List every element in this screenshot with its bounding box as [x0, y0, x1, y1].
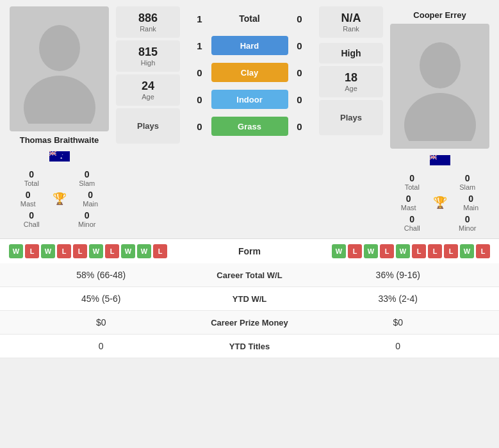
hard-left-val: 1 — [193, 40, 206, 51]
left-form-pills: WLWLLWLWWL — [9, 244, 211, 258]
svg-point-13 — [404, 93, 476, 141]
form-pill-right: W — [460, 244, 474, 258]
form-pill-right: L — [444, 244, 458, 258]
stats-row: 45% (5-6) YTD W/L 33% (2-4) — [0, 287, 499, 311]
form-pill-right: L — [380, 244, 394, 258]
clay-left-val: 0 — [193, 67, 206, 78]
stats-row: 58% (66-48) Career Total W/L 36% (9-16) — [0, 263, 499, 287]
form-pill-left: L — [25, 244, 39, 258]
indoor-left-val: 0 — [193, 94, 206, 105]
stats-right-val: 0 — [307, 341, 489, 351]
right-total-val: 0 Total — [387, 173, 438, 191]
form-pill-left: L — [105, 244, 119, 258]
form-pill-right: W — [396, 244, 410, 258]
grass-row: 0 Grass 0 — [183, 114, 316, 138]
hard-right-val: 0 — [293, 40, 306, 51]
stats-label: YTD W/L — [192, 294, 307, 304]
clay-button[interactable]: Clay — [211, 63, 288, 82]
clay-right-val: 0 — [293, 67, 306, 78]
form-section: WLWLLWLWWL Form WLWLWLLLWL — [0, 238, 499, 263]
stats-row: $0 Career Prize Money $0 — [0, 311, 499, 335]
form-pill-right: L — [348, 244, 362, 258]
form-label: Form — [211, 246, 288, 256]
right-high-box: High — [319, 43, 383, 63]
grass-button[interactable]: Grass — [211, 117, 288, 136]
left-total-court: 1 — [193, 13, 206, 24]
form-pill-right: L — [476, 244, 490, 258]
left-rank-box: 886 Rank — [116, 6, 180, 38]
left-high-box: 815 High — [116, 40, 180, 72]
right-chall: 0 Chall — [387, 214, 438, 232]
indoor-button[interactable]: Indoor — [211, 90, 288, 109]
stats-left-val: 58% (66-48) — [10, 270, 192, 280]
right-total-court: 0 — [293, 13, 306, 24]
form-pill-left: W — [121, 244, 135, 258]
form-pill-left: L — [57, 244, 71, 258]
hard-row: 1 Hard 0 — [183, 33, 316, 58]
hard-button[interactable]: Hard — [211, 36, 288, 55]
right-player-header: Cooper Errey — [413, 6, 466, 20]
left-player-stats2: 0 Mast 🏆 0 Main — [6, 190, 112, 208]
stats-right-val: 33% (2-4) — [307, 294, 489, 304]
left-player-stats3: 0 Chall 0 Minor — [6, 210, 112, 228]
right-main: 0 Main — [450, 194, 493, 212]
right-age-box: 18 Age — [319, 66, 383, 97]
court-section: 1 Total 0 1 Hard 0 0 Clay 0 0 Indoor 0 — [183, 6, 316, 138]
right-plays-box: Plays — [319, 100, 383, 135]
form-pill-right: W — [364, 244, 378, 258]
right-player-name: Cooper Errey — [413, 10, 466, 20]
left-slam-val: 0 Slam — [62, 169, 113, 187]
form-pill-left: L — [153, 244, 167, 258]
total-label: Total — [211, 13, 288, 24]
stats-right-val: $0 — [307, 317, 489, 328]
right-player-card: Cooper Errey 0 Tota — [387, 6, 493, 232]
left-player-flag — [49, 147, 70, 165]
svg-point-12 — [420, 42, 461, 88]
right-player-stats: 0 Total 0 Slam — [387, 173, 493, 191]
svg-point-0 — [39, 25, 80, 71]
clay-row: 0 Clay 0 — [183, 60, 316, 85]
form-pill-right: W — [332, 244, 346, 258]
left-minor: 0 Minor — [62, 210, 113, 228]
right-player-avatar — [390, 24, 489, 149]
left-age-box: 24 Age — [116, 74, 180, 106]
indoor-row: 0 Indoor 0 — [183, 87, 316, 112]
left-main: 0 Main — [69, 190, 113, 208]
stats-label: Career Total W/L — [192, 270, 307, 280]
form-pill-left: W — [89, 244, 103, 258]
svg-point-1 — [24, 76, 95, 124]
right-trophy-icon: 🏆 — [433, 195, 447, 210]
right-player-flag — [430, 151, 450, 169]
left-total-val: 0 Total — [6, 169, 57, 187]
right-slam-val: 0 Slam — [443, 173, 493, 191]
right-rank-box: N/A Rank — [319, 6, 383, 38]
stats-label: YTD Titles — [192, 342, 307, 351]
center-section: 886 Rank 815 High 24 Age Plays 1 Total 0 — [116, 6, 383, 232]
form-pill-left: W — [41, 244, 55, 258]
left-player-stats: 0 Total 0 Slam — [6, 169, 112, 187]
grass-right-val: 0 — [293, 121, 306, 132]
top-section: Thomas Braithwaite 0 Total — [0, 0, 499, 238]
indoor-right-val: 0 — [293, 94, 306, 105]
left-plays-box: Plays — [116, 108, 180, 144]
stats-table: 58% (66-48) Career Total W/L 36% (9-16) … — [0, 263, 499, 358]
right-mast: 0 Mast — [387, 194, 430, 212]
stats-left-val: $0 — [10, 317, 192, 328]
right-player-stats3: 0 Chall 0 Minor — [387, 214, 493, 232]
stats-left-val: 0 — [10, 341, 192, 351]
left-mast: 0 Mast — [6, 190, 50, 208]
left-center-col: 886 Rank 815 High 24 Age Plays — [116, 6, 180, 144]
left-chall: 0 Chall — [6, 210, 57, 228]
right-form-pills: WLWLWLLLWL — [288, 244, 491, 258]
stats-row: 0 YTD Titles 0 — [0, 335, 499, 358]
form-pill-right: L — [428, 244, 442, 258]
total-row: 1 Total 0 — [183, 6, 316, 31]
form-pill-right: L — [412, 244, 426, 258]
stats-left-val: 45% (5-6) — [10, 294, 192, 304]
right-center-col: N/A Rank High 18 Age Plays — [319, 6, 383, 135]
left-player-card: Thomas Braithwaite 0 Total — [6, 6, 112, 232]
left-trophy-icon: 🏆 — [53, 192, 67, 206]
form-pill-left: W — [137, 244, 151, 258]
right-minor: 0 Minor — [443, 214, 493, 232]
stats-right-val: 36% (9-16) — [307, 270, 489, 280]
